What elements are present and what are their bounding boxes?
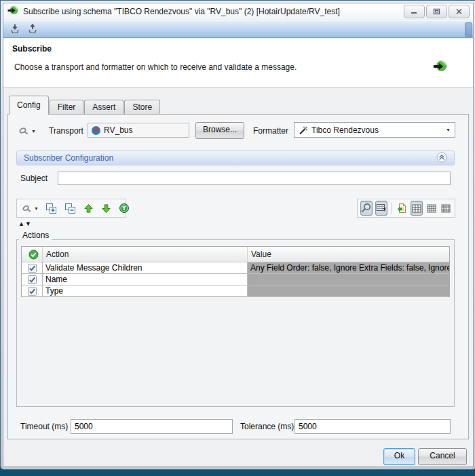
transport-label: Transport — [49, 126, 83, 136]
app-icon — [7, 5, 18, 18]
collapse-section-button[interactable] — [436, 152, 447, 165]
maximize-button[interactable] — [426, 5, 447, 18]
timeout-input[interactable] — [71, 419, 233, 434]
tab-config[interactable]: Config — [9, 96, 49, 115]
titlebar: Subscribe using schema "TIBCO Rendezvous… — [3, 3, 473, 20]
toolbar-endcap — [465, 22, 472, 37]
toolbar-separator — [392, 202, 392, 214]
sort-toggle-icons[interactable]: ▲▼ — [18, 220, 32, 227]
action-cell[interactable]: Validate Message Children — [43, 262, 248, 273]
tab-filter[interactable]: Filter — [50, 100, 84, 115]
subscribe-step-icon — [432, 59, 447, 76]
checkbox-checked-icon — [28, 287, 37, 296]
ok-button[interactable]: Ok — [383, 448, 415, 465]
action-cell[interactable]: Name — [43, 274, 248, 285]
table-row[interactable]: Type — [22, 285, 449, 297]
value-cell[interactable] — [248, 274, 449, 285]
action-column-header[interactable]: Action — [43, 247, 248, 262]
magnifier-icon — [361, 203, 372, 214]
formatter-select[interactable]: Tibco Rendezvous ▼ — [294, 122, 455, 138]
copy-add-icon[interactable] — [45, 201, 58, 216]
window-title: Subscribe using schema "TIBCO Rendezvous… — [23, 7, 402, 16]
wizard-header: Subscribe Choose a transport and formatt… — [3, 39, 473, 88]
cancel-button[interactable]: Cancel — [418, 448, 467, 465]
formatter-label: Formatter — [253, 126, 288, 136]
tab-assert[interactable]: Assert — [84, 100, 124, 115]
table-select-icon — [376, 203, 387, 214]
wrench-icon — [22, 203, 32, 214]
chevron-down-icon: ▼ — [31, 129, 36, 134]
actions-toolbar: ▼ — [16, 199, 126, 218]
transport-value: RV_bus — [104, 125, 132, 135]
page-title: Subscribe — [12, 44, 52, 54]
tab-store[interactable]: Store — [124, 100, 160, 115]
copy-remove-icon[interactable] — [64, 201, 77, 216]
table-row[interactable]: Validate Message Children Any Field Orde… — [22, 262, 449, 274]
section-title: Subscriber Configuration — [24, 153, 436, 163]
row-checkbox[interactable] — [22, 285, 43, 296]
chevron-down-icon: ▼ — [34, 206, 39, 211]
enabled-column-header[interactable] — [22, 247, 43, 262]
table-body: Validate Message Children Any Field Orde… — [22, 262, 449, 297]
row-checkbox[interactable] — [22, 274, 43, 285]
tab-strip: Config Filter Assert Store — [9, 96, 161, 115]
rendezvous-transport-icon — [91, 125, 101, 136]
actions-table: Action Value Validate Message Children A… — [21, 246, 450, 297]
tolerance-label: Tolerance (ms) — [240, 422, 294, 431]
row-checkbox[interactable] — [22, 262, 43, 273]
transform-icon[interactable] — [118, 201, 130, 216]
checkbox-checked-icon — [28, 264, 37, 273]
subscriber-configuration-header[interactable]: Subscriber Configuration — [16, 151, 455, 165]
table-header: Action Value — [22, 247, 449, 262]
value-cell[interactable]: Any Field Order: false, Ignore Extra Fie… — [248, 262, 449, 273]
preview-toggle-button[interactable] — [360, 201, 373, 216]
field-selector-button[interactable] — [375, 201, 387, 216]
move-down-icon[interactable] — [100, 201, 112, 216]
formatter-value: Tibco Rendezvous — [311, 125, 442, 135]
grid-dense-icon[interactable] — [411, 201, 423, 216]
transport-tools-dropdown[interactable]: ▼ — [18, 125, 36, 136]
check-circle-icon — [28, 250, 39, 260]
document-icon[interactable] — [396, 201, 408, 216]
tolerance-input[interactable] — [294, 419, 451, 434]
minimize-button[interactable] — [404, 5, 425, 18]
subject-label: Subject — [20, 174, 48, 183]
move-up-icon[interactable] — [83, 201, 94, 216]
close-button[interactable] — [449, 5, 470, 18]
import-icon[interactable] — [9, 23, 21, 35]
page-description: Choose a transport and formatter on whic… — [14, 62, 297, 72]
transport-field[interactable]: RV_bus — [88, 123, 189, 138]
top-toolbar — [3, 20, 473, 38]
table-row[interactable]: Name — [22, 274, 449, 285]
window-frame: Subscribe using schema "TIBCO Rendezvous… — [0, 0, 475, 470]
config-panel: ▼ Transport RV_bus Browse... Formatter T… — [7, 114, 469, 439]
view-toolbar — [357, 199, 455, 218]
browse-button[interactable]: Browse... — [195, 122, 244, 139]
grid-small-icon[interactable] — [440, 201, 452, 216]
subject-input[interactable] — [58, 172, 451, 185]
subscribe-dialog: Subscribe using schema "TIBCO Rendezvous… — [3, 3, 474, 467]
action-cell[interactable]: Type — [43, 285, 248, 296]
timeout-label: Timeout (ms) — [20, 422, 68, 431]
checkbox-checked-icon — [28, 275, 37, 284]
wand-icon — [299, 125, 308, 135]
actions-group-label: Actions — [19, 231, 52, 240]
value-column-header[interactable]: Value — [248, 247, 449, 262]
grid-medium-icon[interactable] — [425, 201, 438, 216]
wrench-icon — [18, 125, 29, 136]
actions-tools-dropdown[interactable]: ▼ — [22, 203, 39, 214]
value-cell[interactable] — [248, 285, 449, 296]
chevron-down-icon: ▼ — [446, 127, 451, 132]
export-icon[interactable] — [26, 23, 39, 35]
